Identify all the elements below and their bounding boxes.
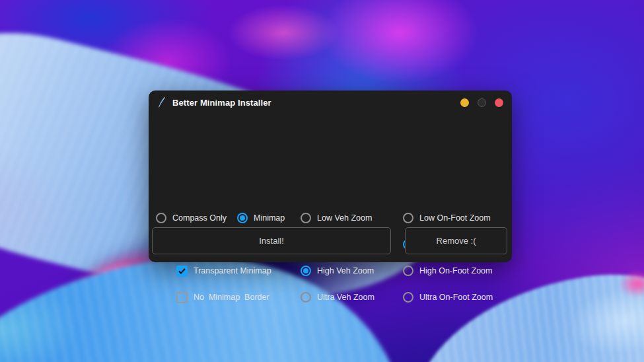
wallpaper-pink-glint bbox=[614, 268, 644, 301]
radio-circle-icon bbox=[156, 213, 166, 223]
radio-label: Ultra On-Foot Zoom bbox=[419, 293, 493, 302]
remove-button[interactable]: Remove :( bbox=[405, 227, 507, 254]
window-controls bbox=[460, 98, 503, 107]
radio-high-veh-zoom[interactable]: High Veh Zoom bbox=[301, 264, 374, 277]
installer-window: Better Minimap Installer Compass Only Mi… bbox=[149, 90, 512, 262]
checkbox-no-minimap-border[interactable]: No Minimap Border bbox=[176, 291, 269, 304]
radio-label: Low On-Foot Zoom bbox=[419, 213, 491, 223]
checkbox-label: No Minimap Border bbox=[194, 293, 269, 302]
minimize-button[interactable] bbox=[460, 98, 469, 107]
radio-high-on-foot-zoom[interactable]: High On-Foot Zoom bbox=[403, 264, 492, 277]
radio-circle-selected-icon bbox=[301, 266, 311, 276]
titlebar[interactable]: Better Minimap Installer bbox=[149, 90, 512, 114]
radio-circle-icon bbox=[301, 213, 311, 223]
radio-circle-icon bbox=[403, 292, 413, 303]
check-icon bbox=[178, 268, 186, 274]
radio-label: High On-Foot Zoom bbox=[419, 266, 492, 275]
checkbox-transparent-minimap[interactable]: Transparent Minimap bbox=[176, 264, 271, 277]
radio-minimap[interactable]: Minimap bbox=[237, 211, 285, 225]
radio-label: High Veh Zoom bbox=[317, 266, 374, 275]
checkbox-label: Transparent Minimap bbox=[194, 266, 271, 275]
radio-ultra-on-foot-zoom[interactable]: Ultra On-Foot Zoom bbox=[403, 291, 493, 304]
close-button[interactable] bbox=[495, 98, 503, 107]
checkbox-checked-icon bbox=[176, 266, 188, 277]
radio-ultra-veh-zoom[interactable]: Ultra Veh Zoom bbox=[301, 291, 375, 304]
install-button[interactable]: Install! bbox=[152, 227, 391, 254]
feather-quill-icon bbox=[157, 96, 166, 108]
radio-label: Ultra Veh Zoom bbox=[317, 293, 375, 302]
radio-label: Low Veh Zoom bbox=[317, 213, 372, 223]
radio-label: Compass Only bbox=[172, 213, 227, 223]
window-title: Better Minimap Installer bbox=[172, 98, 271, 108]
radio-circle-icon bbox=[403, 266, 413, 276]
radio-circle-icon bbox=[301, 292, 311, 303]
maximize-button[interactable] bbox=[478, 98, 486, 107]
radio-compass-only[interactable]: Compass Only bbox=[156, 211, 227, 225]
radio-low-veh-zoom[interactable]: Low Veh Zoom bbox=[301, 211, 372, 225]
radio-label: Minimap bbox=[254, 213, 285, 223]
checkbox-icon bbox=[176, 292, 188, 303]
radio-circle-icon bbox=[403, 213, 413, 223]
radio-low-on-foot-zoom[interactable]: Low On-Foot Zoom bbox=[403, 211, 491, 225]
radio-circle-selected-icon bbox=[237, 213, 248, 223]
